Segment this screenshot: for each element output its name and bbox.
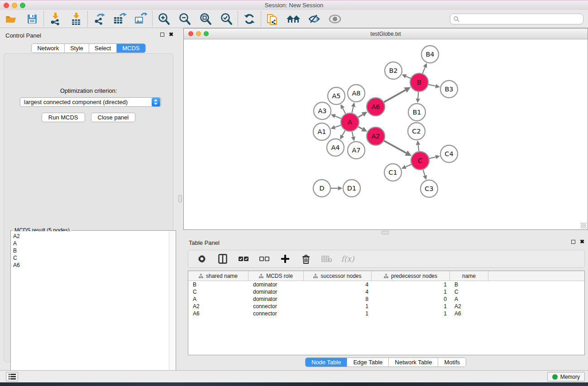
graph-edge[interactable] — [418, 92, 418, 99]
deselect-all-checks-icon[interactable] — [259, 253, 270, 264]
window-title: Session: New Session — [0, 2, 588, 9]
table-cell: 4 — [304, 288, 372, 295]
delete-table-icon[interactable] — [321, 253, 332, 264]
mcds-result-item[interactable]: A2 — [13, 233, 169, 240]
table-cell: A2 — [450, 303, 488, 310]
export-image-icon[interactable] — [134, 12, 148, 26]
zoom-in-icon[interactable] — [157, 12, 171, 26]
open-folder-icon[interactable] — [4, 12, 19, 26]
graph-edge[interactable] — [428, 85, 435, 86]
optimization-criterion-dropdown[interactable]: largest connected component (directed) — [20, 97, 161, 107]
save-session-icon[interactable] — [25, 12, 39, 26]
graph-edge[interactable] — [335, 116, 341, 119]
dropdown-stepper-icon[interactable] — [152, 98, 160, 106]
network-graph[interactable]: AA6A2BCA1A3A4A5A7A8B1B2B3B4C1C2C3C4DD1 — [184, 39, 588, 229]
select-all-checks-icon[interactable] — [238, 253, 249, 264]
control-panel-title: Control Panel — [5, 32, 41, 39]
table-row[interactable]: Cdominator41C — [188, 288, 584, 295]
table-row[interactable]: A2connector11A2 — [188, 303, 584, 310]
graph-edge[interactable] — [352, 107, 353, 113]
graph-edge-arrowhead — [416, 140, 420, 145]
column-layout-icon[interactable] — [217, 253, 228, 264]
task-history-button[interactable] — [6, 372, 18, 381]
mcds-result-item[interactable]: C — [13, 254, 169, 262]
import-network-icon[interactable] — [48, 12, 62, 26]
mcds-result-item[interactable]: A — [13, 240, 169, 247]
float-table-panel-icon[interactable] — [571, 240, 575, 244]
tab-style[interactable]: Style — [65, 44, 89, 52]
graph-edge[interactable] — [423, 170, 425, 176]
graph-node-label: C2 — [412, 128, 421, 135]
column-header-MCDS-role[interactable]: MCDS role — [249, 271, 304, 281]
graph-edge[interactable] — [384, 141, 406, 153]
tab-mcds[interactable]: MCDS — [117, 44, 145, 52]
zoom-selected-icon[interactable] — [219, 12, 234, 26]
network-window-titlebar[interactable]: testGlobe.txt — [184, 29, 588, 39]
horizontal-split-divider[interactable] — [183, 230, 588, 235]
mcds-result-scrollbar[interactable] — [169, 231, 175, 386]
hierarchy-icon — [313, 274, 318, 278]
column-header-shared-name[interactable]: shared name — [188, 271, 249, 281]
eye-slash-icon[interactable] — [307, 12, 321, 26]
graph-edge[interactable] — [406, 164, 411, 167]
search-field[interactable] — [450, 14, 583, 24]
run-mcds-button[interactable]: Run MCDS — [42, 113, 85, 122]
add-column-icon[interactable] — [280, 253, 291, 264]
window-resize-grip[interactable] — [581, 223, 587, 229]
zoom-out-icon[interactable] — [177, 12, 192, 26]
graph-edge[interactable] — [352, 131, 354, 137]
table-tab-network-table[interactable]: Network Table — [389, 358, 438, 367]
hierarchy-icon — [384, 274, 388, 278]
table-row[interactable]: Adominator80A — [188, 295, 584, 303]
table-row[interactable]: Bdominator41B — [188, 281, 584, 288]
table-tab-motifs[interactable]: Motifs — [438, 358, 466, 367]
eye-icon[interactable] — [328, 12, 342, 26]
export-table-icon[interactable] — [113, 12, 127, 26]
clone-network-icon[interactable] — [265, 12, 280, 26]
graph-edge[interactable] — [418, 145, 419, 151]
graph-edge[interactable] — [358, 114, 363, 117]
close-panel-button[interactable]: Close panel — [91, 113, 136, 122]
table-row[interactable]: A6connector11A6 — [188, 310, 584, 317]
graph-edge[interactable] — [342, 130, 345, 135]
vertical-split-divider[interactable] — [177, 28, 183, 370]
home-pair-icon[interactable] — [286, 12, 301, 26]
settings-gear-icon[interactable] — [196, 253, 207, 264]
table-tab-edge-table[interactable]: Edge Table — [347, 358, 389, 367]
graph-edge[interactable] — [384, 90, 405, 102]
main-toolbar — [0, 10, 588, 28]
column-header-predecessor-nodes[interactable]: predecessor nodes — [372, 271, 450, 281]
import-table-icon[interactable] — [69, 12, 83, 26]
zoom-fit-icon[interactable] — [198, 12, 213, 26]
function-builder-icon[interactable]: f(x) — [342, 253, 353, 264]
memory-button[interactable]: Memory — [547, 372, 585, 381]
graph-edge[interactable] — [406, 76, 411, 79]
column-header-successor-nodes[interactable]: successor nodes — [304, 271, 372, 281]
column-header-name[interactable]: name — [450, 271, 488, 281]
mcds-result-item[interactable]: B — [13, 247, 169, 254]
network-view-window: testGlobe.txt AA6A2BCA1A3A4A5A7A8B1B2B3B… — [183, 28, 588, 230]
node-table-header: shared nameMCDS rolesuccessor nodesprede… — [188, 271, 584, 281]
close-panel-icon[interactable]: ✖ — [169, 32, 173, 37]
divider-grip[interactable] — [178, 195, 182, 202]
graph-edge[interactable] — [358, 127, 362, 129]
close-table-panel-icon[interactable]: ✖ — [580, 239, 584, 244]
divider-grip[interactable] — [382, 231, 389, 234]
graph-edge[interactable] — [343, 108, 345, 114]
graph-edge-arrowhead — [330, 125, 335, 129]
mcds-result-item[interactable]: A6 — [13, 262, 169, 269]
tab-select[interactable]: Select — [89, 44, 117, 52]
network-canvas[interactable]: AA6A2BCA1A3A4A5A7A8B1B2B3B4C1C2C3C4DD1 — [184, 39, 588, 229]
tab-network[interactable]: Network — [32, 44, 65, 52]
graph-node-label: D — [319, 185, 324, 192]
export-network-icon[interactable] — [92, 12, 106, 26]
delete-column-trash-icon[interactable] — [301, 253, 311, 264]
graph-edge[interactable] — [429, 157, 435, 158]
graph-edge[interactable] — [335, 125, 341, 128]
table-tab-node-table[interactable]: Node Table — [306, 358, 348, 367]
search-input[interactable] — [459, 14, 583, 24]
network-window-title: testGlobe.txt — [184, 31, 588, 37]
graph-edge[interactable] — [423, 67, 425, 73]
float-panel-icon[interactable] — [160, 33, 164, 37]
refresh-view-icon[interactable] — [242, 12, 257, 26]
